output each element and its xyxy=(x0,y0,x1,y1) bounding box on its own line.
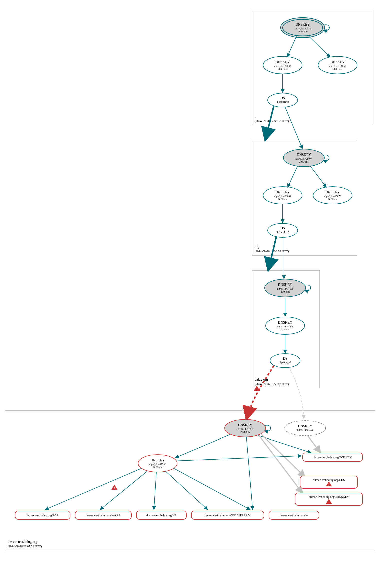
svg-text:dnssec-test.balug.org/SOA: dnssec-test.balug.org/SOA xyxy=(27,514,59,517)
node-org-ksk: DNSKEYalg=8, id=269742048 bits xyxy=(283,149,329,167)
svg-text:dnssec-test.balug.org/AAAA: dnssec-test.balug.org/AAAA xyxy=(86,514,120,517)
warning-icon: ! xyxy=(111,485,117,490)
node-balug-zsk: DNSKEYalg=8, id=474481024 bits xyxy=(266,317,305,334)
svg-text:dnssec-test.balug.org/NS: dnssec-test.balug.org/NS xyxy=(146,514,176,517)
record-soa: dnssec-test.balug.org/SOA xyxy=(15,511,70,519)
node-root-zsk: DNSKEYalg=8, id=200382048 bits xyxy=(263,56,302,74)
svg-text:dnssec-test.balug.org/CDNSKEY: dnssec-test.balug.org/CDNSKEY xyxy=(309,495,349,499)
node-root-ksk: DNSKEYalg=8, id=203262048 bits xyxy=(281,18,329,38)
node-root-extra: DNSKEYalg=8, id=610502048 bits xyxy=(318,56,357,74)
arrow-balug-to-test-grey xyxy=(289,367,304,419)
record-aaaa: dnssec-test.balug.org/AAAA xyxy=(75,511,131,519)
record-cds: dnssec-test.balug.org/CDS ! xyxy=(300,476,358,488)
node-balug-ds: DSdigest alg=2 xyxy=(270,354,300,368)
svg-point-26 xyxy=(285,421,326,436)
svg-text:dnssec-test.balug.org/NSEC3PAR: dnssec-test.balug.org/NSEC3PARAM xyxy=(205,514,251,517)
node-test-zsk: DNSKEYalg=8, id=472301024 bits xyxy=(138,455,177,472)
arrow-org-to-balug-thick xyxy=(268,236,276,271)
node-org-ds: DSdigest alg=2 xyxy=(268,223,298,237)
svg-point-7 xyxy=(268,93,298,107)
arrow-root-to-org-thin xyxy=(285,107,302,149)
svg-text:dnssec-test.balug.org/A: dnssec-test.balug.org/A xyxy=(280,514,308,517)
zone-balug-label: balug.org (2024-09-26 18:56:03 UTC) xyxy=(255,377,289,386)
node-balug-ksk: DNSKEYalg=8, id=170952048 bits xyxy=(265,279,311,297)
record-dnskey: dnssec-test.balug.org/DNSKEY xyxy=(303,453,363,461)
node-root-ds: DSdigest alg=2 xyxy=(268,93,298,107)
arrow-root-to-org-thick xyxy=(265,106,274,141)
node-test-dashed: DNSKEYalg=8, id=55585 xyxy=(285,421,326,436)
svg-text:!: ! xyxy=(328,483,330,487)
svg-point-21 xyxy=(270,354,300,368)
zone-test-label: dnssec-test.balug.org (2024-09-26 22:07:… xyxy=(8,539,42,548)
svg-text:DNSKEYalg=8, id=55585: DNSKEYalg=8, id=55585 xyxy=(297,424,313,431)
node-org-extra: DNSKEYalg=8, id=156781024 bits xyxy=(313,187,352,204)
record-ns: dnssec-test.balug.org/NS xyxy=(136,511,186,519)
svg-text:dnssec-test.balug.org/CDS: dnssec-test.balug.org/CDS xyxy=(313,478,345,482)
arrow-balug-to-test-error xyxy=(246,366,274,420)
svg-text:!: ! xyxy=(256,387,258,391)
svg-point-15 xyxy=(268,223,298,237)
node-org-zsk: DNSKEYalg=8, id=230641024 bits xyxy=(263,187,302,204)
svg-text:dnssec-test.balug.org/DNSKEY: dnssec-test.balug.org/DNSKEY xyxy=(313,456,352,459)
svg-text:!: ! xyxy=(114,486,115,490)
node-test-ksk: DNSKEYalg=8, id=110892048 bits xyxy=(225,419,271,437)
record-nsec3: dnssec-test.balug.org/NSEC3PARAM xyxy=(191,511,264,519)
record-cdnskey: dnssec-test.balug.org/CDNSKEY ! xyxy=(295,493,363,505)
svg-text:!: ! xyxy=(328,500,330,504)
record-a: dnssec-test.balug.org/A xyxy=(269,511,319,519)
